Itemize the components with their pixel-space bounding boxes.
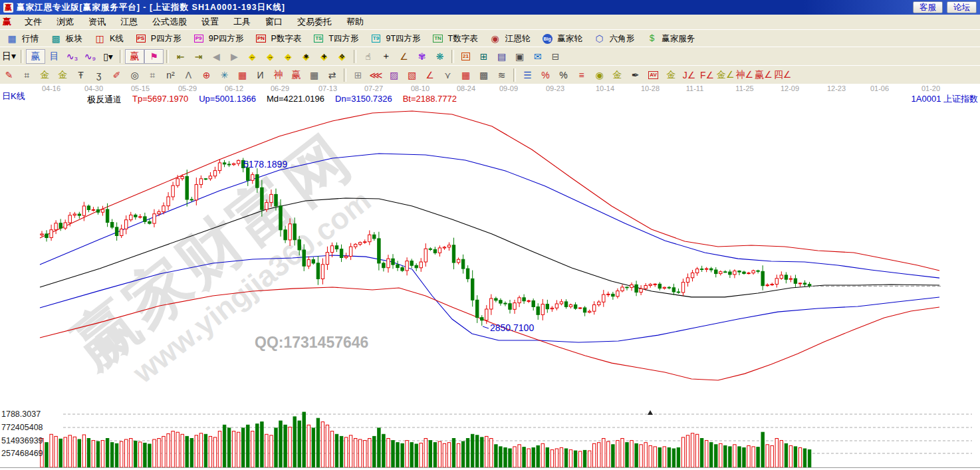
next-bar-icon[interactable]: ▶ — [225, 49, 243, 64]
menu-item-6[interactable]: 工具 — [226, 15, 258, 29]
av-lines-icon[interactable]: AV — [644, 68, 662, 82]
winner-service-button-icon[interactable]: ＄ — [645, 33, 658, 45]
winner-home-icon[interactable]: 赢 — [26, 49, 45, 64]
t-number-table-button[interactable]: TNT数字表 — [426, 32, 483, 45]
crosshair-icon[interactable]: ＋ — [377, 49, 395, 64]
menu-item-0[interactable]: 文件 — [17, 15, 49, 29]
n-square-icon[interactable]: n² — [162, 68, 180, 82]
notes-icon[interactable]: ▤ — [493, 49, 511, 64]
info-panel-icon[interactable]: 目 — [45, 49, 63, 64]
gold-bars-icon[interactable]: 金 — [662, 68, 680, 82]
color-histogram-icon[interactable]: ⚑ — [144, 49, 164, 64]
t-number-table-button-icon[interactable]: TN — [431, 33, 445, 45]
9p-square-button-icon[interactable]: P9 — [192, 33, 205, 45]
diamond-compress-icon[interactable]: ◆✱ — [297, 49, 315, 64]
gann-wheel-button[interactable]: ◉江恩轮 — [483, 32, 536, 45]
grid-123-icon[interactable]: ▦ — [305, 68, 323, 82]
si-angle-icon[interactable]: 四∠ — [773, 68, 793, 82]
period-day-dropdown[interactable]: 日▾ — [0, 49, 18, 64]
kline-button[interactable]: ◫K线 — [88, 32, 129, 45]
calculator-icon[interactable]: ⊞ — [475, 49, 493, 64]
angle-line-icon[interactable]: ∠ — [421, 68, 439, 82]
9t-square-button-icon[interactable]: T9 — [369, 33, 382, 45]
gold-angle-icon[interactable]: 金∠ — [716, 68, 735, 82]
print-icon[interactable]: ⊟ — [547, 49, 564, 64]
sectors-button[interactable]: ▩板块 — [44, 32, 88, 45]
goto-first-icon[interactable]: ⇤ — [172, 49, 189, 64]
ink-ruler-icon[interactable]: ✒ — [626, 68, 644, 82]
mirror-a-icon[interactable]: Λ — [180, 68, 197, 82]
gold-circle-icon[interactable]: ◉ — [590, 68, 608, 82]
diamond-move-icon[interactable]: ◆✥ — [333, 49, 351, 64]
pencil-draw-icon[interactable]: ✎ — [0, 68, 18, 82]
boxed-web-icon[interactable]: ▦ — [233, 68, 251, 82]
purple-fan-icon[interactable]: ▨ — [385, 68, 403, 82]
diamond-expand-icon[interactable]: ◆↔ — [279, 49, 297, 64]
kline-canvas[interactable]: 赢家财富网www.yingjia360.comQQ:17314576465178… — [0, 84, 980, 470]
n-marks-icon[interactable]: И — [251, 68, 269, 82]
box-select-icon[interactable]: ⊞ — [349, 68, 367, 82]
cycle-circle-icon[interactable]: ◎ — [126, 68, 144, 82]
winner-wheel-button[interactable]: Big赢家轮 — [535, 32, 588, 45]
winner-wheel-button-icon[interactable]: Big — [541, 33, 554, 45]
percent-strike-icon[interactable]: % — [537, 68, 554, 82]
width-arrows-icon[interactable]: ⇄ — [323, 68, 341, 82]
percent-icon[interactable]: % — [554, 68, 572, 82]
dark-grid-icon[interactable]: ▩ — [475, 68, 493, 82]
customer-service-button[interactable]: 客服 — [913, 1, 943, 13]
j-angle-icon[interactable]: J∠ — [680, 68, 698, 82]
hash-lines-icon[interactable]: ⌗ — [144, 68, 162, 82]
hexagon-button[interactable]: ⬡六角形 — [588, 32, 640, 45]
goto-last-icon[interactable]: ⇥ — [189, 49, 207, 64]
diamond-left-icon[interactable]: ◆← — [243, 49, 261, 64]
winner-service-button[interactable]: ＄赢家服务 — [640, 32, 700, 45]
shen-angle-icon[interactable]: 神∠ — [735, 68, 755, 82]
calendar-icon[interactable]: 21 — [457, 49, 475, 64]
spider-web-icon[interactable]: ✳ — [215, 68, 233, 82]
menu-item-8[interactable]: 交易委托 — [290, 15, 339, 29]
menu-item-4[interactable]: 公式选股 — [145, 15, 194, 29]
menu-item-9[interactable]: 帮助 — [339, 15, 371, 29]
pattern-tool-icon[interactable]: ✾ — [413, 49, 431, 64]
save-icon[interactable]: ▣ — [511, 49, 529, 64]
winner-red-icon[interactable]: 赢 — [125, 49, 144, 64]
step-chart-3-icon[interactable]: ∿₃ — [63, 49, 81, 64]
step-chart-9-icon[interactable]: ∿₉ — [81, 49, 99, 64]
menu-item-5[interactable]: 设置 — [194, 15, 226, 29]
f-angle-icon[interactable]: F∠ — [698, 68, 716, 82]
gold-grid-icon[interactable]: 金 — [36, 68, 54, 82]
spiral-icon[interactable]: ʒ — [90, 68, 108, 82]
9p-square-button[interactable]: P99P四方形 — [187, 32, 249, 45]
red-grid-icon[interactable]: ▦ — [457, 68, 475, 82]
menu-item-2[interactable]: 资讯 — [81, 15, 113, 29]
gold-grid2-icon[interactable]: 金 — [54, 68, 72, 82]
slash-lines-icon[interactable]: ≋ — [493, 68, 511, 82]
grid-ruler-icon[interactable]: ⌗ — [18, 68, 36, 82]
prev-bar-icon[interactable]: ◀ — [207, 49, 225, 64]
t-square-button-icon[interactable]: TS — [312, 33, 325, 45]
send-mail-icon[interactable]: ✉ — [529, 49, 547, 64]
percent-lines-icon[interactable]: ≡ — [572, 68, 590, 82]
shade-fan-icon[interactable]: ▧ — [403, 68, 421, 82]
p-number-table-button-icon[interactable]: PN — [254, 33, 267, 45]
p-square-button-icon[interactable]: PS — [134, 33, 148, 45]
gold-lines-icon[interactable]: 金 — [608, 68, 626, 82]
menu-item-7[interactable]: 窗口 — [258, 15, 290, 29]
gann-wheel-button-icon[interactable]: ◉ — [489, 33, 502, 45]
kline-button-icon[interactable]: ◫ — [93, 33, 106, 45]
cloud-tool-icon[interactable]: ❋ — [431, 49, 449, 64]
hexagon-button-icon[interactable]: ⬡ — [593, 33, 606, 45]
candle-style-dropdown[interactable]: ▯▾ — [99, 49, 117, 64]
p-square-button[interactable]: PSP四方形 — [129, 32, 187, 45]
menu-item-3[interactable]: 江恩 — [113, 15, 145, 29]
p-number-table-button[interactable]: PNP数字表 — [249, 32, 306, 45]
scale-list-icon[interactable]: ☰ — [519, 68, 537, 82]
angle-measure-icon[interactable]: ∠ — [395, 49, 413, 64]
ying-grid-icon[interactable]: 赢 — [287, 68, 305, 82]
ying-angle-icon[interactable]: 赢∠ — [754, 68, 773, 82]
v-dots-icon[interactable]: ⋎ — [439, 68, 457, 82]
t-square-button[interactable]: TST四方形 — [306, 32, 364, 45]
target-cross-icon[interactable]: ⊕ — [197, 68, 215, 82]
menu-item-1[interactable]: 浏览 — [49, 15, 81, 29]
pan-hand-icon[interactable]: ☝ — [359, 49, 377, 64]
